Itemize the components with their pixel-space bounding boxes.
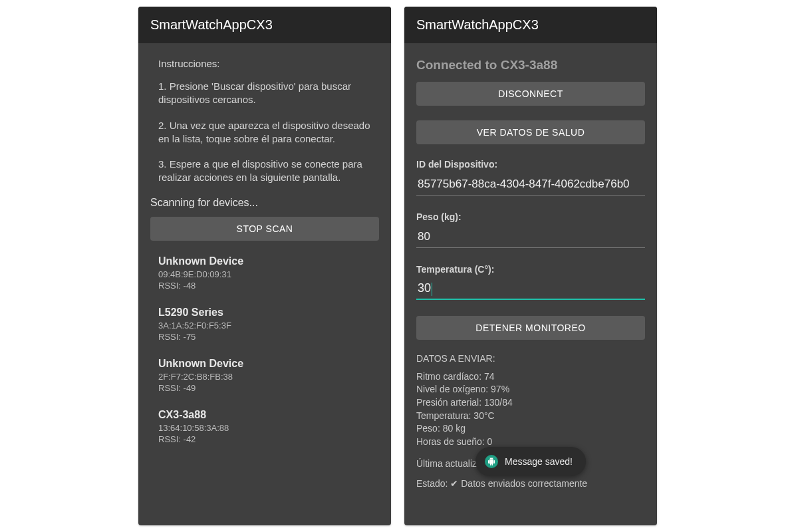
- device-item[interactable]: CX3-3a88 13:64:10:58:3A:88 RSSI: -42: [158, 409, 379, 446]
- device-rssi: RSSI: -75: [158, 331, 379, 343]
- scan-body: Instrucciones: 1. Presione 'Buscar dispo…: [138, 43, 391, 525]
- app-title: SmartWatchAppCX3: [416, 17, 539, 32]
- temperatura-label: Temperatura (C°):: [416, 264, 645, 275]
- device-name: Unknown Device: [158, 358, 379, 370]
- toast-text: Message saved!: [505, 456, 573, 467]
- ritmo-line: Ritmo cardíaco: 74: [416, 370, 645, 384]
- instruction-1: 1. Presione 'Buscar dispositivo' para bu…: [158, 80, 376, 107]
- instruction-3: 3. Espere a que el dispositivo se conect…: [158, 158, 376, 185]
- instructions-heading: Instrucciones:: [158, 58, 379, 69]
- device-item[interactable]: Unknown Device 2F:F7:2C:B8:FB:38 RSSI: -…: [158, 358, 379, 394]
- peso-line: Peso: 80 kg: [416, 422, 645, 436]
- device-mac: 09:4B:9E:D0:09:31: [158, 269, 379, 281]
- app-title: SmartWatchAppCX3: [150, 17, 273, 32]
- device-name: CX3-3a88: [158, 409, 379, 421]
- peso-label: Peso (kg):: [416, 211, 645, 222]
- android-icon: [485, 455, 498, 468]
- scan-screen: SmartWatchAppCX3 Instrucciones: 1. Presi…: [138, 7, 391, 525]
- device-rssi: RSSI: -48: [158, 280, 379, 292]
- connected-body: Connected to CX3-3a88 DISCONNECT VER DAT…: [404, 43, 657, 525]
- oxigeno-line: Nivel de oxígeno: 97%: [416, 383, 645, 396]
- device-item[interactable]: Unknown Device 09:4B:9E:D0:09:31 RSSI: -…: [158, 255, 379, 292]
- datos-heading: DATOS A ENVIAR:: [416, 353, 645, 364]
- peso-input[interactable]: [416, 226, 645, 248]
- detener-monitoreo-button[interactable]: DETENER MONITOREO: [416, 316, 645, 340]
- device-id-input[interactable]: [416, 174, 645, 196]
- stop-scan-button[interactable]: STOP SCAN: [150, 217, 379, 241]
- app-bar: SmartWatchAppCX3: [138, 7, 391, 43]
- device-name: Unknown Device: [158, 255, 379, 267]
- disconnect-button[interactable]: DISCONNECT: [416, 82, 645, 106]
- device-name: L5290 Series: [158, 307, 379, 319]
- connected-screen: SmartWatchAppCX3 Connected to CX3-3a88 D…: [404, 7, 657, 525]
- instruction-2: 2. Una vez que aparezca el dispositivo d…: [158, 119, 376, 146]
- app-bar: SmartWatchAppCX3: [404, 7, 657, 43]
- scanning-status: Scanning for devices...: [150, 197, 379, 209]
- temperatura-value: 30: [418, 281, 431, 295]
- device-mac: 2F:F7:2C:B8:FB:38: [158, 371, 379, 383]
- device-mac: 13:64:10:58:3A:88: [158, 422, 379, 434]
- text-cursor-icon: [432, 283, 432, 296]
- connected-to-label: Connected to CX3-3a88: [416, 58, 645, 72]
- presion-line: Presión arterial: 130/84: [416, 396, 645, 410]
- device-id-label: ID del Dispositivo:: [416, 159, 645, 170]
- device-mac: 3A:1A:52:F0:F5:3F: [158, 320, 379, 332]
- device-item[interactable]: L5290 Series 3A:1A:52:F0:F5:3F RSSI: -75: [158, 307, 379, 343]
- toast: Message saved!: [475, 447, 586, 476]
- temperatura-line: Temperatura: 30°C: [416, 410, 645, 423]
- device-rssi: RSSI: -49: [158, 382, 379, 394]
- temperatura-input[interactable]: 30: [416, 279, 645, 300]
- device-rssi: RSSI: -42: [158, 434, 379, 446]
- estado-line: Estado: ✔ Datos enviados correctamente: [416, 477, 645, 491]
- ver-datos-button[interactable]: VER DATOS DE SALUD: [416, 120, 645, 144]
